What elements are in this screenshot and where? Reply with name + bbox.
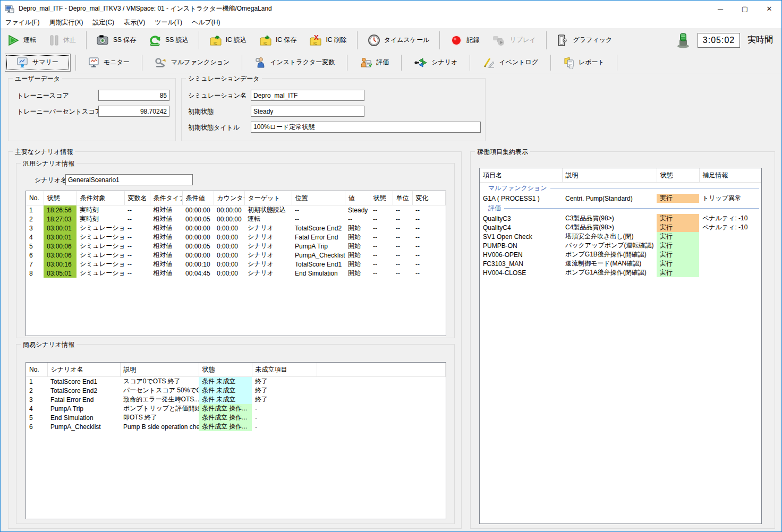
- timescale-button[interactable]: タイムスケール: [361, 31, 436, 49]
- column-header[interactable]: 説明: [562, 168, 657, 183]
- general-scenario-row[interactable]: 118:26:56実時刻--相対値00:00:0000:00:00初期状態読込-…: [26, 205, 446, 215]
- column-header[interactable]: 単位: [393, 191, 412, 205]
- ss-save-button[interactable]: SS 保存: [90, 32, 142, 49]
- menu-item-4[interactable]: ツール(T): [150, 17, 187, 28]
- active-item-row[interactable]: QualityC3C3製品品質(98>)実行ペナルティ: -10: [480, 214, 761, 223]
- record-button[interactable]: 記録: [444, 31, 486, 49]
- pause-button[interactable]: 休止: [42, 32, 82, 49]
- active-item-row[interactable]: PUMPB-ONバックアップポンプ(運転確認)実行: [480, 241, 761, 250]
- run-button[interactable]: 運転: [1, 31, 42, 49]
- ic-save-button[interactable]: IC IC 保存: [253, 31, 303, 49]
- close-button[interactable]: ✕: [757, 1, 781, 17]
- column-header[interactable]: 条件対象: [76, 191, 124, 205]
- column-header[interactable]: 説明: [120, 363, 199, 377]
- column-header[interactable]: 補足情報: [699, 168, 761, 183]
- simple-scenario-row[interactable]: 6PumpA_ChecklistPump B side operation ch…: [26, 422, 446, 431]
- simulation-name-field[interactable]: Depro_mal_ITF: [251, 90, 364, 101]
- simple-scenario-title: 簡易シナリオ情報: [21, 340, 76, 349]
- active-item-row[interactable]: G1A ( PROCESS1 )Centri. Pump(Standard)実行…: [480, 194, 761, 203]
- section-row: 評価: [480, 203, 761, 214]
- column-header[interactable]: カウンター: [214, 191, 244, 205]
- menu-item-5[interactable]: ヘルプ(H): [187, 17, 225, 28]
- general-scenario-row[interactable]: 803:05:01シミュレーション...--相対値00:04:450:00:00…: [26, 269, 446, 278]
- maximize-button[interactable]: ▢: [733, 1, 757, 17]
- ic-save-label: IC 保存: [276, 36, 296, 45]
- record-label: 記録: [466, 36, 479, 45]
- note-cell: [699, 259, 761, 268]
- note-cell: [699, 268, 761, 277]
- simple-scenario-row[interactable]: 2TotalScore End2パーセントスコア 50%でOTS...条件 未成…: [26, 386, 446, 395]
- general-scenario-row[interactable]: 503:00:06シミュレーション...--相対値00:00:050:00:00…: [26, 242, 446, 251]
- svg-text:IC: IC: [313, 41, 317, 45]
- note-cell: [699, 232, 761, 241]
- simple-scenario-row[interactable]: 3Fatal Error End致命的エラー発生時OTS...条件 未成立終了: [26, 395, 446, 404]
- note-cell: ペナルティ: -10: [699, 214, 761, 223]
- simple-scenario-row[interactable]: 5End Simulation即OTS 終了条件成立 操作...-: [26, 413, 446, 422]
- init-title-field[interactable]: 100%ロード定常状態: [251, 122, 481, 133]
- graphic-button[interactable]: グラフィック: [550, 31, 619, 49]
- main-scenario-group: 主要なシナリオ情報 汎用シナリオ情報 シナリオ名 GeneralScenario…: [8, 151, 462, 529]
- column-header[interactable]: 状態: [370, 191, 393, 205]
- svg-text:X: X: [314, 34, 319, 41]
- tab-モニター[interactable]: モニター: [81, 54, 137, 71]
- rotate-arrow-icon: [149, 35, 162, 46]
- column-header[interactable]: 状態: [657, 168, 699, 183]
- tab-サマリー[interactable]: サマリー: [5, 54, 71, 72]
- scenario-name-field[interactable]: GeneralScenario1: [65, 174, 193, 185]
- user-data-title: ユーザーデータ: [13, 74, 62, 83]
- ic-delete-button[interactable]: ICX IC 削除: [303, 31, 353, 49]
- main-scenario-title: 主要なシナリオ情報: [13, 148, 75, 157]
- trainee-score-field[interactable]: 85: [98, 90, 169, 101]
- column-header[interactable]: 条件タイプ: [150, 191, 182, 205]
- general-scenario-row[interactable]: 303:00:01シミュレーション...--相対値00:00:000:00:00…: [26, 224, 446, 233]
- section-title: マルファンクション: [488, 184, 547, 193]
- column-header[interactable]: 変数名: [124, 191, 150, 205]
- column-header[interactable]: 状態: [199, 363, 252, 377]
- menu-item-0[interactable]: ファイル(F): [1, 17, 44, 28]
- menu-item-3[interactable]: 表示(V): [119, 17, 150, 28]
- column-header[interactable]: シナリオ名: [47, 363, 120, 377]
- simple-scenario-row[interactable]: 4PumpA Tripポンプトリップと評価開始条件成立 操作...-: [26, 404, 446, 413]
- general-scenario-row[interactable]: 603:00:06シミュレーション...--相対値00:00:000:00:00…: [26, 251, 446, 260]
- column-header[interactable]: ターゲット: [244, 191, 292, 205]
- tab-マルファンクション[interactable]: マルファンクション: [147, 54, 237, 71]
- general-scenario-body: 118:26:56実時刻--相対値00:00:0000:00:00初期状態読込-…: [26, 205, 446, 278]
- column-header[interactable]: 未成立項目: [252, 363, 317, 377]
- column-header[interactable]: 値: [345, 191, 370, 205]
- general-scenario-row[interactable]: 218:27:03実時刻--相対値00:00:0500:00:00運転-----…: [26, 214, 446, 224]
- general-scenario-row[interactable]: 703:00:16シミュレーション...--相対値00:00:100:00:00…: [26, 260, 446, 269]
- active-item-row[interactable]: SV1 Open Check塔頂安全弁吹き出し(閉)実行: [480, 232, 761, 241]
- column-header[interactable]: 位置: [292, 191, 345, 205]
- ss-load-button[interactable]: SS 読込: [142, 32, 194, 49]
- menu-item-2[interactable]: 設定(C): [88, 17, 119, 28]
- section-title: 評価: [488, 204, 501, 213]
- menu-item-1[interactable]: 周期実行(X): [44, 17, 88, 28]
- general-scenario-row[interactable]: 403:00:01シミュレーション...--相対値00:00:000:00:00…: [26, 233, 446, 242]
- minimize-button[interactable]: —: [708, 1, 733, 17]
- tab-イベントログ[interactable]: イベントログ: [475, 54, 546, 71]
- column-header[interactable]: 条件値: [182, 191, 214, 205]
- tab-インストラクター変数[interactable]: インストラクター変数: [247, 54, 342, 72]
- init-state-field[interactable]: Steady: [251, 106, 364, 117]
- ic-load-button[interactable]: IC IC 読込: [203, 31, 253, 49]
- tab-シナリオ[interactable]: シナリオ: [406, 54, 465, 71]
- column-header[interactable]: No.: [26, 363, 47, 377]
- status-cell: 実行: [657, 223, 699, 232]
- column-header[interactable]: [317, 363, 446, 377]
- trainee-pct-field[interactable]: 98.70242: [98, 106, 169, 117]
- status-cell: 実行: [657, 214, 699, 223]
- column-header[interactable]: No.: [26, 191, 44, 205]
- active-item-row[interactable]: HV004-CLOSEポンプG1A後弁操作(閉確認)実行: [480, 268, 761, 277]
- status-cell: 条件 未成立: [199, 386, 252, 395]
- simple-scenario-row[interactable]: 1TotalScore End1スコア0でOTS 終了条件 未成立終了: [26, 377, 446, 387]
- active-item-row[interactable]: HV006-OPENポンプG1B後弁操作(開確認)実行: [480, 250, 761, 259]
- column-header[interactable]: 変化: [412, 191, 446, 205]
- replay-button[interactable]: リプレイ: [486, 31, 542, 49]
- general-scenario-head: No.状態条件対象変数名条件タイプ条件値カウンターターゲット位置値状態単位変化: [26, 191, 446, 205]
- tab-レポート[interactable]: レポート: [556, 54, 612, 72]
- column-header[interactable]: 状態: [44, 191, 76, 205]
- column-header[interactable]: 項目名: [480, 168, 562, 183]
- active-item-row[interactable]: QualityC4C4製品品質(98>)実行ペナルティ: -10: [480, 223, 761, 232]
- tab-評価[interactable]: 評価: [352, 54, 396, 71]
- active-item-row[interactable]: FC3103_MAN還流制御モード(MAN確認)実行: [480, 259, 761, 268]
